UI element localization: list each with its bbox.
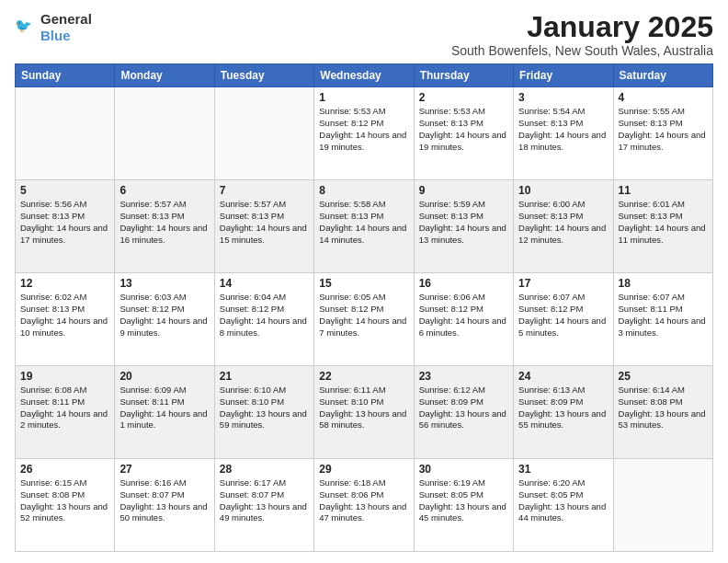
day-info-line: Sunset: 8:12 PM	[319, 118, 408, 130]
day-info-line: Sunrise: 6:16 AM	[119, 477, 209, 489]
calendar-cell: 5Sunrise: 5:56 AMSunset: 8:13 PMDaylight…	[16, 180, 115, 273]
day-number: 16	[419, 277, 508, 290]
weekday-header-monday: Monday	[115, 64, 214, 87]
day-number: 27	[119, 463, 209, 476]
day-info-line: Daylight: 13 hours and 44 minutes.	[518, 501, 608, 525]
day-info-line: Sunset: 8:13 PM	[518, 211, 608, 223]
weekday-header-row: SundayMondayTuesdayWednesdayThursdayFrid…	[16, 64, 713, 87]
day-number: 3	[518, 91, 608, 104]
day-info-line: Daylight: 14 hours and 13 minutes.	[419, 223, 508, 247]
calendar-cell: 1Sunrise: 5:53 AMSunset: 8:12 PMDaylight…	[314, 87, 414, 180]
calendar-cell	[16, 87, 115, 180]
day-info-line: Sunrise: 5:59 AM	[419, 199, 508, 211]
day-info-line: Sunset: 8:05 PM	[419, 489, 508, 501]
day-info-line: Sunrise: 5:57 AM	[119, 199, 209, 211]
day-number: 28	[220, 463, 309, 476]
day-info-line: Sunset: 8:08 PM	[20, 489, 109, 501]
day-info-line: Sunrise: 6:13 AM	[518, 385, 608, 396]
day-info-line: Sunset: 8:13 PM	[20, 304, 109, 316]
day-info-line: Daylight: 14 hours and 7 minutes.	[319, 316, 408, 339]
day-info-line: Sunset: 8:07 PM	[119, 489, 209, 501]
day-number: 10	[518, 184, 608, 197]
day-info-line: Sunrise: 5:53 AM	[419, 106, 508, 118]
calendar-cell: 3Sunrise: 5:54 AMSunset: 8:13 PMDaylight…	[514, 87, 613, 180]
day-info-line: Sunrise: 5:58 AM	[319, 199, 408, 211]
day-info-line: Daylight: 14 hours and 18 minutes.	[518, 130, 608, 154]
calendar-cell: 8Sunrise: 5:58 AMSunset: 8:13 PMDaylight…	[314, 180, 414, 273]
day-info-line: Sunrise: 6:00 AM	[518, 199, 608, 211]
day-number: 8	[319, 184, 408, 197]
day-info-line: Sunset: 8:13 PM	[319, 211, 408, 223]
calendar-cell: 13Sunrise: 6:03 AMSunset: 8:12 PMDayligh…	[115, 273, 214, 366]
day-info-line: Sunrise: 5:55 AM	[619, 106, 708, 118]
day-info-line: Sunrise: 6:15 AM	[20, 477, 109, 489]
calendar-cell: 31Sunrise: 6:20 AMSunset: 8:05 PMDayligh…	[514, 459, 613, 552]
day-info-line: Daylight: 14 hours and 19 minutes.	[419, 130, 508, 154]
calendar-week-row: 19Sunrise: 6:08 AMSunset: 8:11 PMDayligh…	[16, 366, 713, 459]
weekday-header-friday: Friday	[514, 64, 613, 87]
weekday-header-saturday: Saturday	[613, 64, 712, 87]
day-info-line: Sunset: 8:09 PM	[419, 396, 508, 408]
calendar-cell: 26Sunrise: 6:15 AMSunset: 8:08 PMDayligh…	[16, 459, 115, 552]
day-info-line: Daylight: 13 hours and 47 minutes.	[319, 501, 408, 525]
day-info-line: Sunrise: 6:06 AM	[419, 292, 508, 304]
day-info-line: Sunset: 8:13 PM	[619, 118, 708, 130]
calendar-cell: 2Sunrise: 5:53 AMSunset: 8:13 PMDaylight…	[414, 87, 513, 180]
day-info-line: Daylight: 13 hours and 59 minutes.	[220, 408, 309, 432]
day-info-line: Daylight: 14 hours and 17 minutes.	[20, 223, 109, 247]
day-info-line: Sunset: 8:13 PM	[619, 211, 708, 223]
calendar-cell: 15Sunrise: 6:05 AMSunset: 8:12 PMDayligh…	[314, 273, 414, 366]
day-info-line: Sunset: 8:13 PM	[220, 211, 309, 223]
day-number: 17	[518, 277, 608, 290]
day-number: 6	[119, 184, 209, 197]
day-number: 4	[619, 91, 708, 104]
calendar-cell: 14Sunrise: 6:04 AMSunset: 8:12 PMDayligh…	[214, 273, 313, 366]
day-info-line: Daylight: 13 hours and 50 minutes.	[119, 501, 209, 525]
day-info-line: Sunrise: 5:53 AM	[319, 106, 408, 118]
day-number: 7	[220, 184, 309, 197]
day-info-line: Sunset: 8:13 PM	[419, 118, 508, 130]
day-info-line: Daylight: 14 hours and 19 minutes.	[319, 130, 408, 154]
day-number: 25	[619, 370, 708, 383]
day-info-line: Sunset: 8:11 PM	[619, 304, 708, 316]
day-info-line: Sunrise: 6:18 AM	[319, 477, 408, 489]
calendar-cell: 19Sunrise: 6:08 AMSunset: 8:11 PMDayligh…	[16, 366, 115, 459]
day-number: 20	[119, 370, 209, 383]
day-number: 12	[20, 277, 109, 290]
day-info-line: Daylight: 14 hours and 2 minutes.	[20, 408, 109, 432]
day-info-line: Sunset: 8:09 PM	[518, 396, 608, 408]
day-info-line: Sunset: 8:12 PM	[518, 304, 608, 316]
day-info-line: Daylight: 14 hours and 16 minutes.	[119, 223, 209, 247]
day-info-line: Sunset: 8:10 PM	[319, 396, 408, 408]
day-info-line: Sunrise: 6:03 AM	[119, 292, 209, 304]
day-info-line: Sunrise: 6:20 AM	[518, 477, 608, 489]
calendar-week-row: 12Sunrise: 6:02 AMSunset: 8:13 PMDayligh…	[16, 273, 713, 366]
day-info-line: Daylight: 13 hours and 52 minutes.	[20, 501, 109, 525]
day-number: 23	[419, 370, 508, 383]
day-info-line: Sunrise: 5:56 AM	[20, 199, 109, 211]
calendar-cell	[613, 459, 712, 552]
calendar-cell: 11Sunrise: 6:01 AMSunset: 8:13 PMDayligh…	[613, 180, 712, 273]
day-info-line: Daylight: 13 hours and 49 minutes.	[220, 501, 309, 525]
calendar-cell: 9Sunrise: 5:59 AMSunset: 8:13 PMDaylight…	[414, 180, 513, 273]
day-info-line: Sunset: 8:07 PM	[220, 489, 309, 501]
calendar-cell: 10Sunrise: 6:00 AMSunset: 8:13 PMDayligh…	[514, 180, 613, 273]
day-number: 5	[20, 184, 109, 197]
calendar-cell: 20Sunrise: 6:09 AMSunset: 8:11 PMDayligh…	[115, 366, 214, 459]
calendar-cell: 30Sunrise: 6:19 AMSunset: 8:05 PMDayligh…	[414, 459, 513, 552]
calendar-cell: 25Sunrise: 6:14 AMSunset: 8:08 PMDayligh…	[613, 366, 712, 459]
calendar-cell: 4Sunrise: 5:55 AMSunset: 8:13 PMDaylight…	[613, 87, 712, 180]
day-number: 11	[619, 184, 708, 197]
title-block: January 2025 South Bowenfels, New South …	[451, 11, 713, 58]
day-info-line: Sunset: 8:12 PM	[319, 304, 408, 316]
calendar-cell	[115, 87, 214, 180]
day-info-line: Daylight: 13 hours and 58 minutes.	[319, 408, 408, 432]
day-number: 18	[619, 277, 708, 290]
logo-icon: 🐦	[15, 18, 37, 37]
weekday-header-wednesday: Wednesday	[314, 64, 414, 87]
weekday-header-tuesday: Tuesday	[214, 64, 313, 87]
logo: 🐦 General Blue	[15, 11, 92, 44]
day-number: 13	[119, 277, 209, 290]
day-info-line: Sunset: 8:13 PM	[119, 211, 209, 223]
day-number: 26	[20, 463, 109, 476]
